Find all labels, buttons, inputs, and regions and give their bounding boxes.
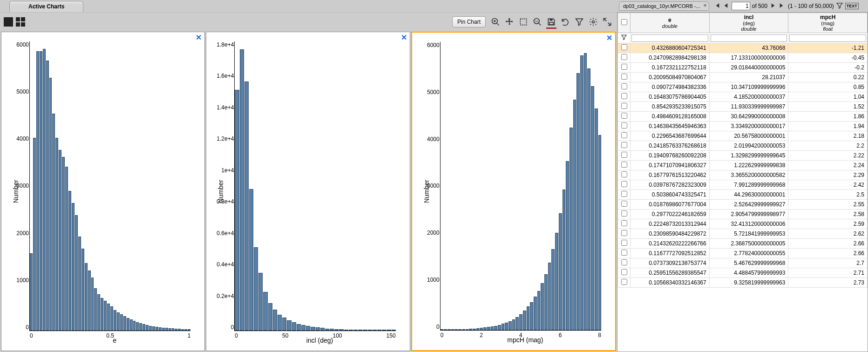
column-header[interactable]: incl(deg)double (709, 13, 788, 33)
chart-card-incl[interactable]: ✕ Number 1.8e+41.6e+41.4e+41.2e+41e+40.8… (206, 32, 410, 351)
row-checkbox[interactable] (621, 142, 627, 148)
settings-icon[interactable] (587, 16, 599, 28)
single-view-icon[interactable] (4, 17, 13, 27)
prev-page-icon[interactable] (722, 2, 730, 11)
row-checkbox[interactable] (621, 201, 627, 207)
zoom-reset-icon[interactable]: 1x (531, 16, 543, 28)
expand-icon[interactable] (601, 16, 613, 28)
table-row[interactable]: 0.073730921387537745.4676299999999682.7 (618, 258, 868, 268)
close-icon[interactable]: ✕ (703, 3, 707, 8)
cell-incl: 28.21037 (709, 73, 788, 82)
column-filter-input[interactable] (711, 34, 787, 42)
cell-mpcH: 2.29 (788, 170, 868, 180)
chart-card-e[interactable]: ✕ Number 6000500040003000200010000 00.51… (1, 32, 205, 351)
histogram-bar (473, 329, 476, 330)
histogram-bar (188, 329, 190, 331)
page-input[interactable] (732, 2, 750, 10)
last-page-icon[interactable] (779, 2, 786, 11)
row-checkbox[interactable] (621, 152, 627, 158)
table-row[interactable]: 0.230985904842298725.7218419999999532.62 (618, 229, 868, 239)
filter-icon[interactable] (573, 16, 585, 28)
row-checkbox[interactable] (621, 269, 627, 275)
table-row[interactable]: 0.194097682600922081.32982999999996452.2… (618, 151, 868, 161)
row-checkbox[interactable] (621, 210, 627, 217)
first-page-icon[interactable] (713, 2, 720, 11)
table-row[interactable]: 0.167232112275211829.018440000000005-0.2 (618, 63, 868, 73)
tab-active-charts[interactable]: Active Charts (9, 1, 83, 12)
row-checkbox[interactable] (621, 259, 627, 265)
cell-e: 0.8542935233915075 (631, 102, 710, 112)
table-row[interactable]: 0.146384356459463633.33492000000000171.9… (618, 122, 868, 131)
table-row[interactable]: 0.229654368769964420.567580000000012.18 (618, 131, 868, 141)
table-row[interactable]: 0.2009508497080406728.210370.22 (618, 73, 868, 82)
table-row[interactable]: 0.174710709418063271.2226299999998382.24 (618, 161, 868, 170)
histogram-bar (544, 274, 548, 330)
column-filter-input[interactable] (789, 34, 866, 42)
next-page-icon[interactable] (769, 2, 777, 11)
row-checkbox[interactable] (621, 103, 627, 109)
table-row[interactable]: 0.241857633762686182.0199420000000532.2 (618, 141, 868, 151)
histogram-bar (133, 321, 136, 331)
histogram-bar (320, 328, 325, 331)
table-row[interactable]: 0.854293523391507511.9303399999999871.52 (618, 102, 868, 112)
row-checkbox[interactable] (621, 132, 627, 138)
histogram-bar (306, 326, 310, 331)
table-tab[interactable]: dp03_catalogs_10yr.MPCORB -... ✕ (619, 1, 709, 11)
table-row[interactable]: 0.116777270925128522.7782400000000552.66 (618, 249, 868, 258)
row-checkbox[interactable] (621, 279, 627, 285)
row-checkbox[interactable] (621, 191, 627, 197)
row-checkbox[interactable] (621, 181, 627, 187)
column-header[interactable]: edouble (631, 13, 710, 33)
pan-icon[interactable] (503, 16, 515, 28)
row-checkbox[interactable] (621, 240, 627, 246)
histogram-bar (268, 303, 272, 331)
row-checkbox[interactable] (621, 230, 627, 236)
row-checkbox[interactable] (621, 113, 627, 119)
table-row[interactable]: 0.039787672823230097.9912899999999682.42 (618, 180, 868, 190)
cell-mpcH: 0.22 (788, 73, 868, 82)
table-row[interactable]: 0.432688060472534143.76068-1.21 (618, 43, 868, 53)
table-row[interactable]: 0.503860474332547144.296300000000012.5 (618, 190, 868, 200)
cell-e: 0.07373092138753774 (631, 258, 710, 268)
table-row[interactable]: 0.167797615132204623.36552000000005822.2… (618, 170, 868, 180)
histogram-bar (476, 328, 480, 330)
row-checkbox[interactable] (621, 220, 627, 226)
select-all-checkbox[interactable] (621, 19, 627, 25)
grid-view-icon[interactable] (16, 17, 25, 27)
row-checkbox[interactable] (621, 74, 627, 80)
table-row[interactable]: 0.498460912816500830.6429900000000081.86 (618, 112, 868, 122)
table-row[interactable]: 0.164830757869044054.1852000000000371.04 (618, 92, 868, 102)
row-checkbox[interactable] (621, 93, 627, 99)
cell-e: 0.1672321122752118 (631, 63, 710, 73)
table-row[interactable]: 0.2224873201331294432.4131200000000062.5… (618, 219, 868, 229)
undo-icon[interactable] (559, 16, 571, 28)
column-header[interactable]: mpcH(mag)float (788, 13, 868, 33)
row-checkbox[interactable] (621, 83, 627, 89)
histogram-bar (273, 310, 277, 331)
zoom-in-icon[interactable] (489, 16, 502, 28)
row-checkbox[interactable] (621, 250, 627, 256)
text-view-icon[interactable]: TEXT (845, 3, 859, 9)
table-row[interactable]: 0.090727498438233610.3471099999999960.85 (618, 82, 868, 92)
histogram-bar (519, 314, 522, 330)
table-row[interactable]: 0.105683403321463679.3258199999999632.73 (618, 278, 868, 288)
chart-card-mpcH[interactable]: ✕ Number 6000500040003000200010000 02468… (411, 32, 616, 351)
row-checkbox[interactable] (621, 44, 627, 50)
cell-incl: 2.3687500000000005 (709, 239, 788, 249)
row-checkbox[interactable] (621, 171, 627, 177)
filter-icon[interactable] (836, 2, 843, 11)
row-checkbox[interactable] (621, 122, 627, 129)
table-row[interactable]: 0.214326202222667662.36875000000000052.6… (618, 239, 868, 249)
select-icon[interactable] (517, 16, 529, 28)
row-checkbox[interactable] (621, 162, 627, 168)
table-row[interactable]: 0.259515562893855474.4884579999999932.71 (618, 268, 868, 278)
save-icon[interactable] (545, 16, 557, 28)
table-row[interactable]: 0.018769860776770042.5264299999999272.55 (618, 200, 868, 210)
column-filter-input[interactable] (631, 34, 708, 42)
pin-chart-button[interactable]: Pin Chart (452, 16, 486, 27)
row-checkbox[interactable] (621, 64, 627, 70)
table-row[interactable]: 0.2470982898429813817.133100000000006-0.… (618, 53, 868, 63)
table-row[interactable]: 0.29770222461826592.90547999999989772.58 (618, 210, 868, 219)
row-checkbox[interactable] (621, 54, 627, 60)
histogram-bar (368, 330, 372, 331)
